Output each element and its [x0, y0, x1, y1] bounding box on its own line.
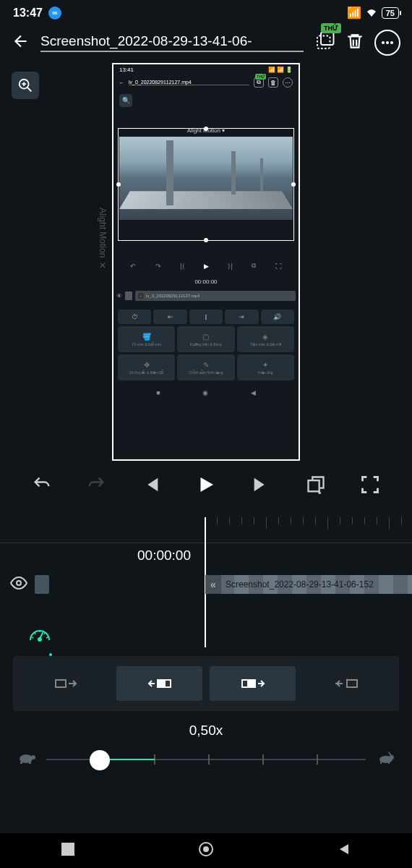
clip-handle-left[interactable]: « — [205, 575, 221, 594]
watermark-side: Alight Motion ✕ — [98, 208, 108, 271]
canvas[interactable]: Alight Motion ✕ 13:41📶 📶 🔋 ← lv_0_202208… — [0, 63, 412, 461]
track-thumbnail[interactable] — [35, 575, 49, 594]
pf-status: 13:41📶 📶 🔋 — [113, 64, 299, 75]
pf-tools: ⏱⇤⫿⇥🔊 🪣Tô màu & Đổ màu ▢Đường biên & Bón… — [113, 305, 299, 385]
stretch-end-button[interactable] — [116, 666, 202, 701]
signal-icon: 📶 — [347, 6, 361, 20]
trial-badge: THỬ — [321, 23, 341, 33]
aspect-button[interactable]: THỬ — [314, 30, 335, 55]
svg-rect-21 — [380, 762, 382, 764]
speed-value: 0,50x — [13, 723, 399, 739]
header-bar: Screenshot_2022-08-29-13-41-06- THỬ — [0, 22, 412, 63]
layers-button[interactable] — [306, 475, 326, 498]
timeline[interactable]: 00:00:00 « Screenshot_2022-08-29-13-41-0… — [0, 517, 412, 597]
timeline-clip[interactable]: « Screenshot_2022-08-29-13-41-06-152 — [205, 575, 412, 594]
trim-end-button[interactable] — [303, 666, 389, 701]
timeline-ruler[interactable] — [0, 517, 412, 543]
speed-slider-row — [13, 749, 399, 770]
system-navbar — [0, 833, 412, 868]
speed-panel: 0,50x — [0, 618, 412, 785]
more-button[interactable] — [374, 30, 400, 56]
svg-point-3 — [386, 41, 389, 44]
delete-button[interactable] — [346, 32, 364, 54]
preview-frame[interactable]: 13:41📶 📶 🔋 ← lv_0_20220829112127.mp4 ⧉TH… — [112, 63, 300, 461]
wifi-icon — [366, 7, 377, 20]
svg-point-25 — [203, 846, 209, 852]
svg-rect-1 — [321, 33, 334, 46]
sync-icon: ∞ — [48, 7, 61, 20]
svg-rect-22 — [388, 762, 390, 764]
skip-start-button[interactable] — [141, 475, 161, 498]
svg-rect-12 — [242, 680, 248, 687]
svg-rect-17 — [20, 762, 22, 764]
pf-navbar: ■◉◀ — [113, 385, 299, 401]
pf-video — [119, 137, 293, 220]
svg-point-4 — [390, 41, 393, 44]
svg-rect-23 — [61, 843, 74, 856]
current-time: 00:00:00 — [137, 548, 191, 563]
svg-point-7 — [17, 581, 21, 585]
pf-zoom-icon: 🔍 — [119, 94, 132, 107]
battery-indicator: 75 — [382, 7, 399, 19]
skip-end-button[interactable] — [251, 475, 271, 498]
visibility-toggle[interactable] — [10, 574, 27, 595]
svg-rect-9 — [56, 680, 66, 687]
nav-home[interactable] — [198, 841, 214, 860]
svg-point-20 — [390, 755, 394, 760]
svg-rect-18 — [29, 762, 31, 764]
zoom-button[interactable] — [12, 72, 39, 99]
svg-point-2 — [382, 41, 385, 44]
rabbit-icon — [376, 752, 395, 767]
pf-transport: ↶↷|⟨▶⟩|⧉⛶ — [113, 256, 299, 276]
fullscreen-button[interactable] — [360, 475, 380, 498]
svg-rect-10 — [158, 680, 163, 687]
svg-point-16 — [31, 755, 35, 760]
redo-button[interactable] — [86, 475, 106, 498]
project-title[interactable]: Screenshot_2022-08-29-13-41-06- — [40, 33, 304, 52]
trim-start-button[interactable] — [23, 666, 109, 701]
track-row: « Screenshot_2022-08-29-13-41-06-152 — [0, 574, 412, 595]
clip-label: Screenshot_2022-08-29-13-41-06-152 — [226, 579, 374, 590]
play-button[interactable] — [195, 474, 217, 498]
turtle-icon — [17, 752, 36, 767]
svg-rect-13 — [249, 680, 255, 687]
svg-rect-6 — [308, 480, 319, 491]
pf-track: 👁 ‹lv_0_20220829112127.mp4 — [113, 289, 299, 302]
transport-bar — [0, 461, 412, 511]
slider-thumb[interactable] — [90, 750, 110, 770]
nav-recents[interactable] — [61, 843, 74, 859]
stretch-start-button[interactable] — [210, 666, 296, 701]
speed-slider[interactable] — [46, 749, 366, 770]
svg-rect-14 — [347, 680, 357, 687]
svg-rect-11 — [165, 680, 171, 687]
pf-header: ← lv_0_20220829112127.mp4 ⧉THỬ 🗑 ⋯ — [113, 75, 299, 90]
pf-watermark: Alight Motion ▾ — [113, 127, 299, 134]
back-button[interactable] — [12, 32, 30, 54]
speed-icon[interactable] — [27, 626, 399, 646]
svg-point-8 — [38, 638, 41, 641]
pf-time: 00:00:00 — [113, 278, 299, 285]
svg-rect-0 — [317, 36, 330, 49]
nav-back[interactable] — [338, 843, 351, 859]
speed-mode-buttons — [13, 656, 399, 711]
status-time: 13:47 — [13, 7, 43, 20]
status-bar: 13:47 ∞ 📶 75 — [0, 0, 412, 22]
undo-button[interactable] — [32, 475, 52, 498]
